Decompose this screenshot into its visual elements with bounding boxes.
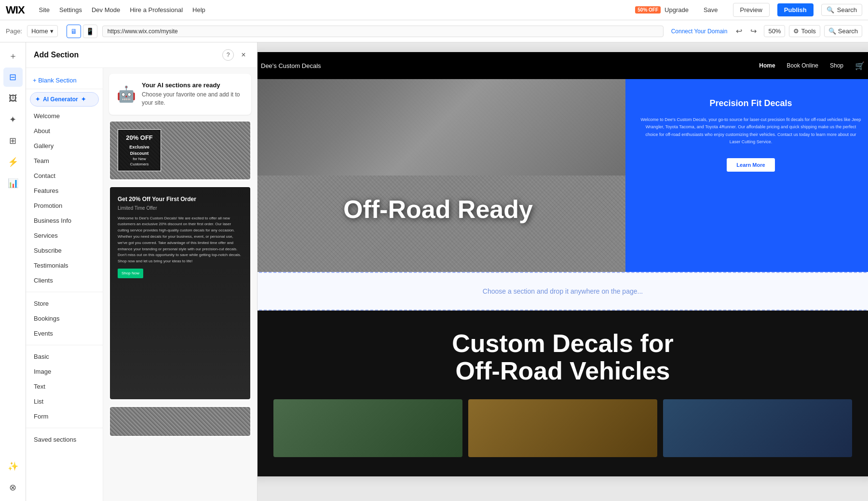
panel-header-actions: ? × (222, 49, 249, 61)
design-icon-button[interactable]: ✦ (3, 110, 23, 129)
topbar-nav: Site Settings Dev Mode Hire a Profession… (34, 0, 210, 20)
ai-star-icon-2: ✦ (81, 96, 86, 103)
search-icon: 🔍 (827, 6, 834, 14)
editor-search-button[interactable]: 🔍 Search (824, 25, 862, 37)
save-button[interactable]: Save (696, 3, 725, 17)
category-basic[interactable]: Basic (26, 349, 103, 364)
bottom-image-2 (468, 399, 657, 457)
category-services[interactable]: Services (26, 228, 103, 243)
panel-header: Add Section ? × (26, 42, 257, 68)
category-image[interactable]: Image (26, 364, 103, 379)
redo-button[interactable]: ↪ (746, 25, 760, 38)
main-layout: ＋ ⊟ 🖼 ✦ ⊞ ⚡ 📊 ✨ ⊗ Add Section ? × + Blan… (0, 42, 868, 501)
panel-body: + Blank Section ✦ AI Generator ✦ Welcome… (26, 68, 257, 501)
page-selector[interactable]: Home ▾ (27, 25, 58, 37)
search-button[interactable]: 🔍 Search (821, 4, 862, 16)
desktop-device-button[interactable]: 🖥 (67, 25, 81, 38)
upgrade-button[interactable]: 50% OFF Upgrade (635, 6, 689, 14)
connect-domain-link[interactable]: Connect Your Domain (671, 28, 728, 35)
site-nav-book[interactable]: Book Online (787, 62, 818, 69)
category-gallery[interactable]: Gallery (26, 138, 103, 153)
category-testimonials[interactable]: Testimonials (26, 258, 103, 273)
layers-icon-button[interactable]: ⊗ (3, 478, 23, 497)
category-store[interactable]: Store (26, 296, 103, 311)
search-icon: 🔍 (828, 27, 836, 35)
site-nav-shop[interactable]: Shop (830, 62, 843, 69)
category-about[interactable]: About (26, 123, 103, 138)
tools-button[interactable]: ⚙ Tools (789, 25, 820, 37)
promo-card2-body: Welcome to Dee's Custom Decals! We are e… (118, 216, 243, 265)
url-bar: https://www.wix.com/mysite (102, 26, 664, 37)
category-text[interactable]: Text (26, 379, 103, 394)
section-previews: 🤖 Your AI sections are ready Choose your… (103, 68, 257, 501)
publish-button[interactable]: Publish (777, 3, 814, 16)
bottom-title-line1: Custom Decals for (273, 330, 852, 357)
upgrade-badge: 50% OFF (635, 6, 661, 14)
category-contact[interactable]: Contact (26, 168, 103, 183)
category-list[interactable]: List (26, 394, 103, 409)
analytics-icon-button[interactable]: 📊 (3, 174, 23, 193)
nav-dev-mode[interactable]: Dev Mode (87, 0, 125, 20)
ai-generator-label: AI Generator (43, 96, 78, 103)
category-subscribe[interactable]: Subscribe (26, 243, 103, 258)
nav-settings[interactable]: Settings (54, 0, 87, 20)
category-promotion[interactable]: Promotion (26, 198, 103, 213)
help-button[interactable]: ? (222, 49, 234, 61)
precision-body: Welcome to Dee's Custom Decals, your go-… (640, 116, 862, 146)
category-divider-2 (26, 345, 103, 345)
site-header: Dee's Custom Decals Home Book Online Sho… (258, 52, 868, 79)
site-nav-home[interactable]: Home (759, 62, 775, 69)
category-clients[interactable]: Clients (26, 273, 103, 288)
category-team[interactable]: Team (26, 153, 103, 168)
nav-site[interactable]: Site (34, 0, 54, 20)
section-categories: + Blank Section ✦ AI Generator ✦ Welcome… (26, 68, 103, 501)
upgrade-label: Upgrade (665, 6, 689, 14)
category-welcome[interactable]: Welcome (26, 108, 103, 123)
bottom-image-1 (273, 399, 462, 457)
preview-card-2[interactable]: Get 20% Off Your First Order Limited Tim… (109, 186, 251, 400)
drop-zone-text: Choose a section and drop it anywhere on… (483, 287, 643, 295)
ai-button[interactable]: ✨ (3, 457, 23, 476)
promo-card2-cta: Shop Now (118, 269, 143, 278)
learn-more-button[interactable]: Learn More (727, 158, 774, 172)
ai-icon: 🤖 (117, 85, 136, 103)
zoom-control[interactable]: 50% (764, 25, 785, 37)
category-saved[interactable]: Saved sections (26, 432, 103, 447)
plugins-icon-button[interactable]: ⚡ (3, 152, 23, 172)
nav-hire-pro[interactable]: Hire a Professional (125, 0, 188, 20)
add-section-icon-button[interactable]: ＋ (3, 46, 23, 66)
category-form[interactable]: Form (26, 409, 103, 424)
category-bookings[interactable]: Bookings (26, 311, 103, 326)
category-events[interactable]: Events (26, 326, 103, 341)
preview-card-3[interactable] (109, 406, 251, 437)
preview-image-3 (110, 407, 250, 436)
hero-right-panel: Precision Fit Decals Welcome to Dee's Cu… (625, 79, 868, 272)
ai-star-icon: ✦ (35, 96, 40, 103)
hero-left-image (258, 79, 625, 272)
promo-discount: 20% OFF (123, 134, 156, 142)
preview-image-1: 20% OFF Exclusive Discount for New Custo… (110, 122, 250, 179)
category-business-info[interactable]: Business Info (26, 213, 103, 228)
media-icon-button[interactable]: 🖼 (3, 89, 23, 108)
page-label: Page: (6, 27, 22, 35)
undo-button[interactable]: ↩ (732, 25, 746, 38)
cart-icon[interactable]: 🛒 (855, 61, 865, 70)
ai-generator-button[interactable]: ✦ AI Generator ✦ (30, 92, 99, 107)
category-features[interactable]: Features (26, 183, 103, 198)
preview-button[interactable]: Preview (733, 3, 770, 17)
nav-help[interactable]: Help (188, 0, 210, 20)
promo-line2: Discount (123, 150, 156, 157)
bottom-title-line2: Off-Road Vehicles (273, 357, 852, 385)
chevron-down-icon: ▾ (50, 27, 54, 35)
mobile-device-button[interactable]: 📱 (83, 25, 97, 38)
sections-icon-button[interactable]: ⊟ (3, 68, 23, 87)
search-label: Search (838, 27, 858, 35)
apps-icon-button[interactable]: ⊞ (3, 131, 23, 150)
blank-section-button[interactable]: + Blank Section (26, 72, 103, 89)
tools-label: Tools (801, 27, 815, 35)
canvas-area: Dee's Custom Decals Home Book Online Sho… (258, 42, 868, 501)
bottom-images (273, 399, 852, 457)
add-section-panel: Add Section ? × + Blank Section ✦ AI Gen… (26, 42, 258, 501)
preview-card-1[interactable]: 20% OFF Exclusive Discount for New Custo… (109, 121, 251, 180)
close-button[interactable]: × (238, 49, 249, 61)
